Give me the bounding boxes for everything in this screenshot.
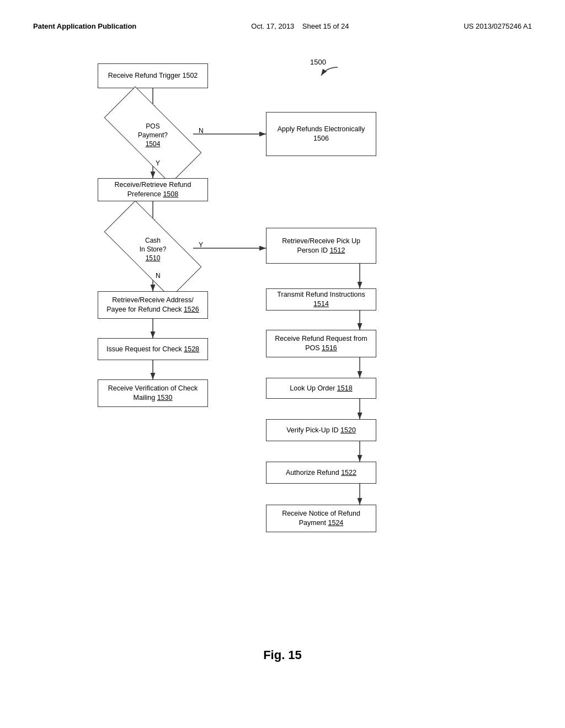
box-authorize-refund: Authorize Refund 1522 [266, 462, 376, 484]
diagram-ref: 1500 [310, 58, 326, 66]
header-sheet: Sheet 15 of 24 [302, 22, 349, 30]
diamond-cash-in-store: CashIn Store?1510 [106, 227, 200, 271]
figure-label: Fig. 15 [33, 648, 532, 662]
retrieve-address-text: Retrieve/Receive Address/Payee for Refun… [106, 296, 199, 314]
label-n-cash: N [156, 272, 161, 280]
verify-pickup-text: Verify Pick-Up ID 1520 [286, 426, 356, 435]
box-receive-verification: Receive Verification of CheckMailing 153… [98, 379, 208, 407]
header-right: US 2013/0275246 A1 [463, 22, 532, 30]
box-retrieve-receive-address: Retrieve/Receive Address/Payee for Refun… [98, 291, 208, 319]
page-header: Patent Application Publication Oct. 17, … [33, 22, 532, 30]
box-look-up-order: Look Up Order 1518 [266, 378, 376, 399]
receive-notice-text: Receive Notice of RefundPayment 1524 [282, 509, 360, 528]
retrieve-pickup-text: Retrieve/Receive Pick UpPerson ID 1512 [282, 237, 360, 255]
box-receive-retrieve-refund: Receive/Retrieve RefundPreference 1508 [98, 178, 208, 201]
diamond-cash-text: CashIn Store?1510 [140, 236, 167, 263]
header-left: Patent Application Publication [33, 22, 136, 30]
receive-retrieve-text: Receive/Retrieve RefundPreference 1508 [115, 180, 191, 199]
page: Patent Application Publication Oct. 17, … [0, 0, 565, 728]
box-receive-notice: Receive Notice of RefundPayment 1524 [266, 505, 376, 532]
label-y-pos: Y [156, 159, 160, 167]
box-receive-refund-trigger: Receive Refund Trigger 1502 [98, 63, 208, 88]
diamond-pos-text: POSPayment?1504 [138, 122, 168, 149]
label-n-pos: N [199, 127, 204, 135]
diamond-pos-payment: POSPayment?1504 [106, 113, 200, 157]
box-transmit-refund: Transmit Refund Instructions1514 [266, 288, 376, 311]
issue-request-text: Issue Request for Check 1528 [106, 345, 199, 354]
authorize-refund-text: Authorize Refund 1522 [286, 468, 356, 478]
box-issue-request: Issue Request for Check 1528 [98, 338, 208, 360]
receive-verification-text: Receive Verification of CheckMailing 153… [108, 384, 198, 403]
box-retrieve-receive-pickup: Retrieve/Receive Pick UpPerson ID 1512 [266, 228, 376, 264]
box-apply-refunds: Apply Refunds Electronically 1506 [266, 112, 376, 156]
header-center: Oct. 17, 2013 Sheet 15 of 24 [251, 22, 349, 30]
flowchart-diagram: 1500 Receive Refund Trigger 1502 POSPaym… [45, 52, 520, 631]
header-date: Oct. 17, 2013 [251, 22, 294, 30]
receive-refund-request-text: Receive Refund Request fromPOS 1516 [275, 334, 367, 353]
ref-arrow-svg [316, 65, 349, 81]
label-y-cash: Y [199, 241, 203, 249]
apply-refunds-text: Apply Refunds Electronically 1506 [278, 125, 365, 143]
transmit-refund-text: Transmit Refund Instructions1514 [277, 290, 365, 309]
box-receive-refund-request: Receive Refund Request fromPOS 1516 [266, 330, 376, 357]
box-verify-pickup: Verify Pick-Up ID 1520 [266, 419, 376, 441]
look-up-order-text: Look Up Order 1518 [290, 384, 352, 393]
